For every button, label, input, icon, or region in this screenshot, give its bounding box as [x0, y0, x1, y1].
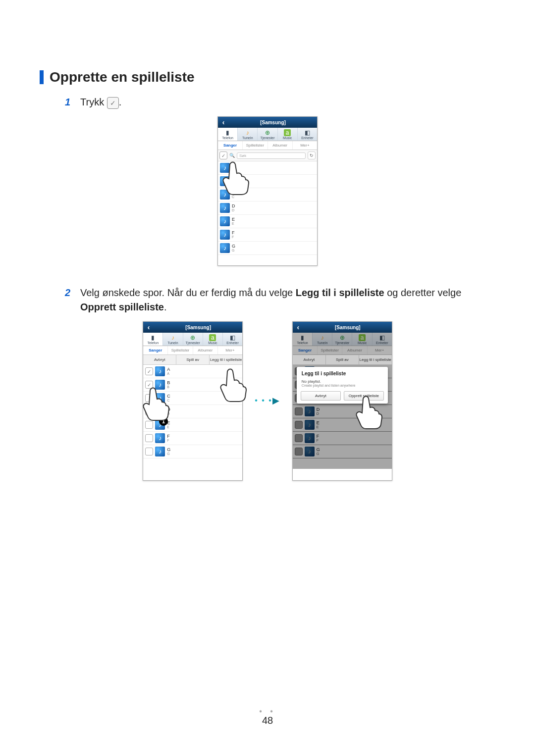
step-1-text: Trykk ✓. [80, 95, 121, 109]
album-art-icon [220, 216, 230, 226]
tab-mer: Mer+ [368, 346, 392, 354]
amazon-icon: a [284, 129, 291, 136]
checkbox-checked[interactable]: ✓ [145, 367, 153, 375]
song-row [218, 175, 317, 188]
phone-mockup-2: ‹ [Samsung] ▮Telefon ♪TuneIn ⊕Tjenester … [143, 321, 243, 481]
nav-music[interactable]: aMusic [278, 128, 298, 141]
heading-text: Opprette en spilleliste [50, 69, 195, 85]
nav-enheter[interactable]: ◧Enheter [223, 333, 242, 346]
add-to-playlist-button[interactable]: Legg til i spilleliste [210, 355, 242, 364]
nav-music[interactable]: aMusic [203, 333, 223, 346]
song-row: DD [218, 202, 317, 215]
step-2-number: 2 [59, 286, 70, 314]
add-to-playlist-button: Legg til i spilleliste [359, 355, 392, 364]
dialog-hint: Create playlist and listen anywhere [297, 384, 388, 391]
tab-sanger[interactable]: Sanger [143, 346, 168, 354]
step-1-number: 1 [59, 95, 70, 109]
tab-albumer: Albumer [342, 346, 367, 354]
page-number: 48 [262, 715, 273, 726]
search-row: ✓ 🔍 Søk ↻ [218, 150, 317, 161]
tab-mer[interactable]: Mer+ [293, 141, 317, 150]
album-art-icon [220, 176, 230, 186]
speaker-icon: ◧ [298, 129, 317, 136]
song-row: ✓AA [143, 365, 242, 378]
checkbox-empty[interactable] [145, 434, 153, 442]
dialog-title: Legg til i spilleliste [297, 367, 388, 379]
page-footer: • • 48 [0, 707, 535, 726]
nav-enheter: ◧Enheter [373, 333, 392, 346]
checkmark-icon: ✓ [107, 97, 119, 109]
dialog-create-playlist-button[interactable]: Opprett spilleliste [344, 391, 384, 401]
song-row [218, 161, 317, 175]
tab-sanger[interactable]: Sanger [218, 141, 243, 150]
tab-spillelister: Spillelister [318, 346, 342, 354]
play-button[interactable]: Spill av [176, 355, 210, 364]
tunein-icon: ♪ [238, 129, 257, 136]
nav-telefon[interactable]: ▮Telefon [218, 128, 238, 141]
tab-spillelister[interactable]: Spillelister [168, 346, 193, 354]
selection-action-row: Avbryt Spill av Legg til i spilleliste [143, 355, 242, 365]
song-row: ✓BB [143, 378, 242, 392]
dialog-cancel-button[interactable]: Avbryt [301, 391, 341, 401]
globe-icon: ⊕ [258, 129, 277, 136]
heading-accent-bar [40, 70, 44, 84]
album-art-icon [220, 203, 230, 213]
song-row: CC [143, 392, 242, 405]
back-icon[interactable]: ‹ [143, 323, 154, 331]
search-input[interactable]: Søk [237, 152, 306, 159]
checkbox-empty[interactable] [145, 394, 153, 402]
tab-mer[interactable]: Mer+ [218, 346, 242, 354]
album-art-icon [220, 243, 230, 253]
song-row: EE [143, 418, 242, 432]
step-1-figure: ‹ [Samsung] ▮Telefon ♪TuneIn ⊕Tjenester … [40, 116, 495, 266]
search-icon: 🔍 [229, 153, 235, 158]
category-tabs: Sanger Spillelister Albumer Mer+ [218, 141, 317, 150]
checkbox-empty[interactable] [145, 448, 153, 455]
nav-tunein: ♪TuneIn [313, 333, 332, 346]
phone-title: [Samsung] [154, 325, 242, 330]
nav-tjenester[interactable]: ⊕Tjenester [183, 333, 203, 346]
refresh-icon[interactable]: ↻ [308, 151, 316, 159]
album-art-icon [220, 163, 230, 173]
nav-tunein[interactable]: ♪TuneIn [238, 128, 258, 141]
song-row: EE [218, 215, 317, 228]
nav-tunein[interactable]: ♪TuneIn [163, 333, 183, 346]
song-row: FF [143, 432, 242, 445]
select-all-checkbox[interactable]: ✓ [219, 151, 227, 159]
back-icon[interactable]: ‹ [293, 323, 304, 331]
song-row: DD [143, 405, 242, 418]
source-nav-row: ▮Telefon ♪TuneIn ⊕Tjenester aMusic ◧Enhe… [218, 128, 317, 141]
back-icon[interactable]: ‹ [218, 118, 229, 126]
step-2-figure: ‹ [Samsung] ▮Telefon ♪TuneIn ⊕Tjenester … [40, 321, 495, 481]
nav-enheter[interactable]: ◧Enheter [298, 128, 317, 141]
step-2: 2 Velg ønskede spor. Når du er ferdig må… [59, 286, 495, 314]
nav-music: aMusic [352, 333, 372, 346]
tab-spillelister[interactable]: Spillelister [243, 141, 268, 150]
nav-tjenester: ⊕Tjenester [332, 333, 352, 346]
album-art-icon [220, 230, 230, 240]
tab-sanger: Sanger [293, 346, 318, 354]
cancel-button[interactable]: Avbryt [143, 355, 176, 364]
checkbox-checked[interactable]: ✓ [145, 381, 153, 389]
checkbox-empty[interactable] [145, 407, 153, 415]
song-row: FF [218, 228, 317, 242]
album-art-icon [220, 190, 230, 200]
step-2-text: Velg ønskede spor. Når du er ferdig må d… [80, 286, 461, 314]
song-row: CC [218, 188, 317, 202]
tab-albumer[interactable]: Albumer [268, 141, 293, 150]
play-button: Spill av [326, 355, 359, 364]
cancel-button: Avbryt [293, 355, 326, 364]
nav-telefon[interactable]: ▮Telefon [143, 333, 163, 346]
song-row: GG [218, 242, 317, 255]
checkbox-empty[interactable] [145, 421, 153, 429]
nav-telefon: ▮Telefon [293, 333, 313, 346]
dialog-subtitle: No playlist. [297, 379, 388, 384]
flow-arrow-icon: • • •▶ [255, 321, 280, 480]
song-row: GG [143, 445, 242, 458]
phone-device-icon: ▮ [218, 129, 237, 136]
step-1: 1 Trykk ✓. [59, 95, 495, 109]
section-heading: Opprette en spilleliste [40, 69, 495, 85]
phone-mockup-3: ‹ [Samsung] ▮Telefon ♪TuneIn ⊕Tjenester … [292, 321, 392, 481]
nav-tjenester[interactable]: ⊕Tjenester [258, 128, 277, 141]
tab-albumer[interactable]: Albumer [193, 346, 218, 354]
